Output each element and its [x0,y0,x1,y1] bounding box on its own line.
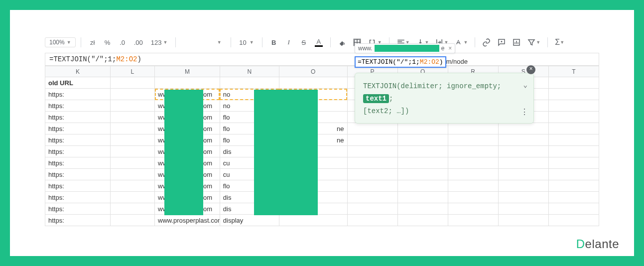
increase-decimal-button[interactable]: .00 [131,36,146,49]
range-preview-chip: www. e × [355,43,455,53]
more-options-icon[interactable]: ⋮ [520,106,528,120]
redaction-block [375,45,439,52]
formula-range: M2:O2 [116,55,137,63]
formula-prefix: =TEXTJOIN("/";1; [49,55,116,63]
fill-color-button[interactable] [336,36,349,49]
redaction-block [254,90,318,215]
col-header[interactable]: K [45,66,111,77]
currency-button[interactable]: zł [86,36,99,49]
percent-button[interactable]: % [101,36,114,49]
decrease-decimal-button[interactable]: .0 [116,36,129,49]
preview-suffix: e [441,45,445,52]
table-row[interactable]: https:www.prosperplast.comdisplay [45,215,599,226]
table-row[interactable]: https:www.pxxxxxxt.comflone [45,134,599,146]
help-function-name: TEXTJOIN [363,82,396,90]
spreadsheet-app: 100% ▼ zł % .0 .00 123▼ ▼ 10 ▼ B I S [45,35,599,226]
redaction-block [164,90,203,215]
caret-down-icon: ▼ [536,40,540,45]
font-size-dropdown[interactable]: 10 ▼ [236,36,257,49]
caret-down-icon: ▼ [560,40,564,45]
formula-range: M2:O2 [420,58,439,66]
formula-suffix: ) [137,55,141,63]
cell[interactable]: https: [45,192,111,203]
help-signature: [text2; …]) [363,107,409,115]
cell[interactable]: https: [45,89,111,100]
caret-down-icon: ▼ [163,40,167,45]
table-row[interactable]: https:www.pxxxxxxt.comdis [45,192,599,203]
formula-help-card: × TEXTJOIN(delimiter; ignore_empty; text… [355,73,534,124]
functions-button[interactable]: Σ ▼ [553,36,566,49]
font-dropdown[interactable]: ▼ [213,36,226,49]
logo-rest: elante [585,237,619,251]
cell[interactable]: https: [45,146,111,157]
inline-formula-row: =TEXTJOIN("/";1;M2:O2) m/node [355,56,534,68]
caret-down-icon: ▼ [217,40,222,45]
cell[interactable]: old URL [45,77,111,89]
close-icon[interactable]: × [448,45,452,52]
zoom-dropdown[interactable]: 100% ▼ [45,37,76,47]
table-row[interactable]: https:www.pxxxxxxt.comflo [45,180,599,192]
preview-prefix: www. [358,45,373,52]
help-signature: ; [389,95,393,103]
formula-suffix: ) [439,58,443,66]
col-header[interactable]: O [279,66,347,77]
more-formats-dropdown[interactable]: 123▼ [148,36,171,49]
table-row[interactable]: https:www.pxxxxxxt.comflone [45,123,599,134]
caret-down-icon: ▼ [250,40,254,45]
formula-help-popup: www. e × =TEXTJOIN("/";1;M2:O2) m/node ×… [355,43,534,124]
col-header[interactable]: N [220,66,279,77]
active-cell-editor[interactable]: =TEXTJOIN("/";1;M2:O2) [355,56,446,68]
cell[interactable]: https: [45,134,111,146]
cell[interactable]: https: [45,100,111,112]
cell[interactable]: https: [45,123,111,134]
after-formula-text: m/node [446,58,468,65]
delante-logo: Delante [576,237,619,251]
help-signature: (delimiter; ignore_empty; [396,82,501,90]
chevron-down-icon[interactable]: ⌄ [523,79,527,92]
cell[interactable]: https: [45,157,111,169]
italic-button[interactable]: I [282,36,295,49]
cell[interactable]: https: [45,215,111,226]
cell[interactable]: https: [45,112,111,123]
col-header[interactable]: L [110,66,154,77]
logo-d: D [576,237,585,251]
zoom-value: 100% [49,39,65,46]
col-header[interactable]: T [548,66,599,77]
cell[interactable]: https: [45,203,111,215]
paint-bucket-icon [338,38,347,47]
cell[interactable]: https: [45,169,111,180]
text-color-button[interactable]: A [312,36,325,49]
cell[interactable] [279,215,347,226]
help-active-arg: text1 [363,94,389,103]
table-row[interactable]: https:www.pxxxxxxt.comdis [45,146,599,157]
caret-down-icon: ▼ [67,40,71,45]
table-row[interactable]: https:www.pxxxxxxt.comdis [45,203,599,215]
formula-prefix: =TEXTJOIN("/";1; [358,58,420,66]
bold-button[interactable]: B [267,36,280,49]
strikethrough-button[interactable]: S [297,36,310,49]
cell[interactable]: www.prosperplast.com [155,215,220,226]
table-row[interactable]: https:www.pxxxxxxt.comcu [45,169,599,180]
close-icon[interactable]: × [526,65,535,74]
table-row[interactable]: https:www.pxxxxxxt.comcu [45,157,599,169]
cell[interactable]: https: [45,180,111,192]
col-header[interactable]: M [155,66,220,77]
cell[interactable]: display [220,215,279,226]
